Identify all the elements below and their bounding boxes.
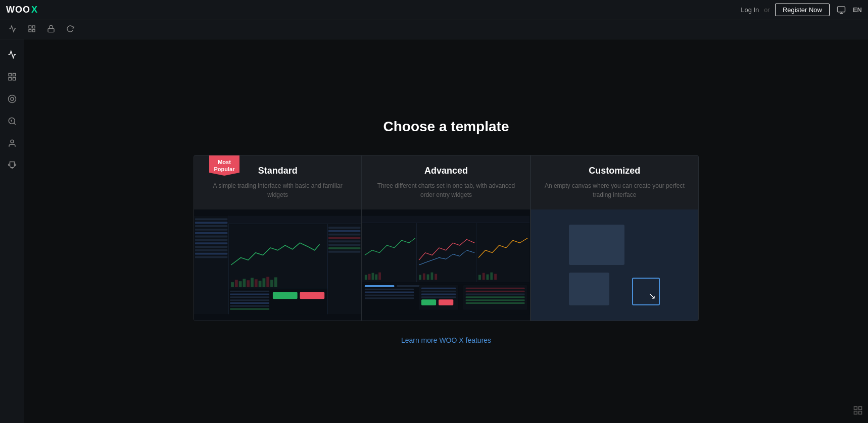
svg-rect-74 <box>362 223 416 282</box>
chart-toolbar-icon[interactable] <box>6 23 19 36</box>
svg-rect-46 <box>262 278 265 287</box>
svg-rect-77 <box>368 274 371 280</box>
svg-rect-114 <box>466 299 525 301</box>
standard-chart-svg <box>194 209 361 321</box>
svg-rect-65 <box>230 299 269 301</box>
download-icon-button[interactable] <box>835 4 848 17</box>
svg-rect-57 <box>328 244 360 246</box>
svg-rect-118 <box>854 411 857 414</box>
svg-rect-62 <box>230 290 269 292</box>
svg-rect-104 <box>421 290 456 292</box>
svg-rect-95 <box>362 283 529 283</box>
customized-title: Customized <box>541 166 688 176</box>
sidebar-item-profile[interactable] <box>3 134 21 152</box>
standard-screenshot <box>194 209 361 321</box>
svg-rect-90 <box>483 273 485 280</box>
svg-rect-10 <box>9 78 11 80</box>
language-button[interactable]: EN <box>853 6 862 14</box>
svg-rect-36 <box>195 256 227 258</box>
sidebar-item-chart[interactable] <box>3 45 21 64</box>
svg-rect-52 <box>328 226 360 228</box>
svg-point-18 <box>11 140 14 143</box>
svg-rect-72 <box>362 216 529 223</box>
svg-rect-58 <box>328 247 360 249</box>
svg-rect-101 <box>365 297 414 299</box>
sidebar-item-layout[interactable] <box>3 68 21 86</box>
svg-rect-87 <box>435 274 438 280</box>
svg-rect-29 <box>195 232 227 234</box>
svg-rect-11 <box>13 78 15 80</box>
svg-rect-3 <box>29 26 31 28</box>
svg-rect-42 <box>247 280 250 287</box>
logo-x: X <box>31 5 37 15</box>
sidebar-item-watchlist[interactable] <box>3 90 21 108</box>
svg-rect-108 <box>439 299 453 305</box>
advanced-preview <box>362 209 529 321</box>
svg-rect-47 <box>266 277 269 287</box>
svg-rect-116 <box>854 407 857 410</box>
svg-rect-70 <box>300 292 325 299</box>
svg-rect-91 <box>487 274 489 280</box>
learn-more-link[interactable]: Learn more WOO X features <box>401 336 491 344</box>
customized-desc: An empty canvas where you can create you… <box>541 181 688 201</box>
svg-rect-99 <box>365 291 414 293</box>
svg-rect-34 <box>195 249 227 251</box>
svg-rect-84 <box>423 273 425 280</box>
login-link[interactable]: Log In <box>741 6 759 14</box>
svg-rect-113 <box>466 296 525 298</box>
content-area: Choose a template Most Popular Standard … <box>24 39 868 423</box>
svg-rect-103 <box>421 287 456 289</box>
register-button[interactable]: Register Now <box>775 4 830 16</box>
svg-rect-53 <box>328 230 360 232</box>
template-card-advanced[interactable]: Advanced Three different charts set in o… <box>362 155 530 321</box>
page-title: Choose a template <box>383 119 509 135</box>
nav-right: Log In or Register Now EN <box>741 4 862 17</box>
svg-rect-56 <box>328 240 360 242</box>
sidebar-item-trophy[interactable] <box>3 156 21 175</box>
svg-rect-82 <box>476 223 476 282</box>
advanced-title: Advanced <box>372 166 519 176</box>
advanced-desc: Three different charts set in one tab, w… <box>372 181 519 201</box>
custom-canvas: ↘ <box>564 225 665 305</box>
svg-rect-73 <box>362 223 529 223</box>
svg-point-13 <box>11 97 14 100</box>
svg-rect-107 <box>421 299 436 305</box>
svg-rect-76 <box>365 275 367 280</box>
most-popular-badge: Most Popular <box>209 155 239 176</box>
standard-desc: A simple trading interface with basic an… <box>204 181 351 201</box>
svg-rect-31 <box>195 239 227 241</box>
svg-rect-64 <box>230 296 269 298</box>
svg-rect-28 <box>195 228 227 230</box>
template-cards-container: Most Popular Standard A simple trading i… <box>194 155 699 321</box>
svg-rect-63 <box>230 293 269 295</box>
nav-left: WOO X <box>6 5 45 15</box>
svg-rect-111 <box>466 290 525 292</box>
svg-rect-24 <box>228 224 361 224</box>
sidebar-item-search[interactable] <box>3 112 21 130</box>
svg-rect-40 <box>239 281 242 287</box>
svg-rect-66 <box>230 302 269 304</box>
refresh-toolbar-icon[interactable] <box>64 23 77 36</box>
top-navbar: WOO X Log In or Register Now EN <box>0 0 868 20</box>
svg-rect-8 <box>9 73 11 76</box>
svg-rect-5 <box>29 29 31 32</box>
svg-rect-92 <box>491 272 493 280</box>
bottom-right-icon <box>853 405 863 418</box>
template-card-customized[interactable]: Customized An empty canvas where you can… <box>531 155 699 321</box>
svg-rect-80 <box>378 272 381 280</box>
customized-card-header: Customized An empty canvas where you can… <box>531 155 698 209</box>
svg-rect-68 <box>230 308 269 309</box>
main-layout: Choose a template Most Popular Standard … <box>0 39 868 423</box>
template-card-standard[interactable]: Most Popular Standard A simple trading i… <box>194 155 362 321</box>
lock-toolbar-icon[interactable] <box>44 23 58 36</box>
svg-rect-55 <box>328 237 360 239</box>
sidebar <box>0 39 24 423</box>
svg-rect-110 <box>466 287 525 289</box>
or-label: or <box>764 6 770 14</box>
logo: WOO X <box>6 5 37 15</box>
layout-toolbar-icon[interactable] <box>25 23 38 36</box>
svg-rect-23 <box>228 216 361 224</box>
customized-preview: ↘ <box>531 209 698 321</box>
custom-cursor-icon: ↘ <box>648 291 656 300</box>
svg-rect-69 <box>273 292 298 299</box>
